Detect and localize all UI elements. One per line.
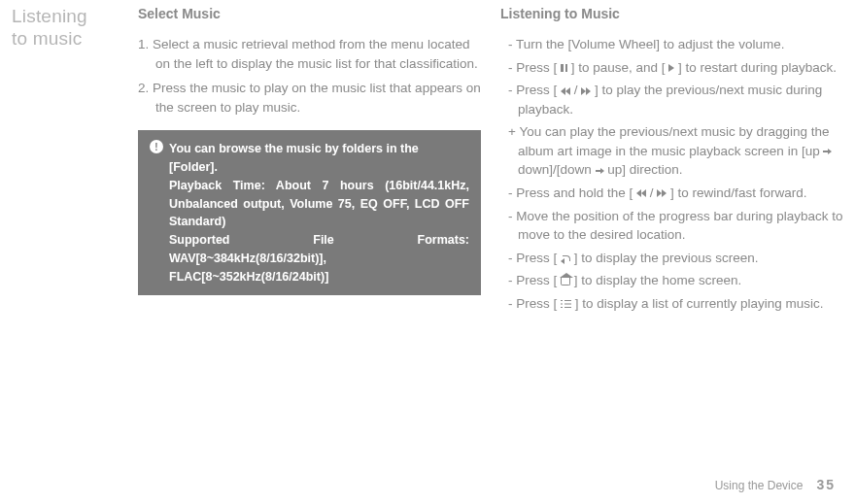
info-text-3: Supported File Formats: WAV[8~384kHz(8/1… — [150, 231, 469, 286]
text-b5a: - Press and hold the [ — [508, 185, 636, 200]
fast-forward-icon — [657, 189, 667, 197]
footer-label: Using the Device — [715, 479, 804, 492]
pause-icon — [561, 64, 567, 72]
side-title-l2: to music — [12, 28, 82, 49]
column-left: Select Music 1. Select a music retrieval… — [138, 6, 481, 317]
home-icon — [561, 278, 570, 286]
rewind-icon — [636, 189, 646, 197]
bullet-home: - Press [ ] to display the home screen. — [500, 271, 843, 290]
bullet-rewind-ff: - Press and hold the [ / ] to rewind/fas… — [500, 184, 843, 203]
arrow-right-icon — [600, 168, 604, 174]
playlist-icon — [561, 300, 571, 309]
back-icon — [561, 254, 570, 263]
footer: Using the Device 35 — [715, 477, 836, 492]
heading-select-music: Select Music — [138, 6, 481, 21]
text-b9b: ] to display a list of currently playing… — [571, 296, 824, 311]
text-b4b: down]/[down — [518, 162, 596, 177]
text-b5b: / — [646, 185, 657, 200]
text-b9a: - Press [ — [508, 296, 561, 311]
info-text-2: Playback Time: About 7 hours (16bit/44.1… — [150, 177, 469, 231]
bullet-progress: - Move the position of the progress bar … — [500, 207, 843, 245]
text-b4c: up] direction. — [604, 162, 683, 177]
next-icon — [581, 87, 591, 95]
bullet-prev-next: - Press [ / ] to play the previous/next … — [500, 81, 843, 118]
bullet-volume: - Turn the [Volume Wheel] to adjust the … — [500, 35, 843, 54]
text-b7b: ] to display the previous screen. — [570, 251, 759, 265]
bullet-drag: + You can play the previous/next music b… — [500, 122, 843, 180]
text-b2b: ] to pause, and [ — [567, 60, 668, 75]
previous-icon — [561, 87, 570, 95]
alert-icon: ! — [150, 140, 163, 153]
text-b8b: ] to display the home screen. — [570, 273, 741, 287]
bullet-back: - Press [ ] to display the previous scre… — [500, 249, 843, 268]
text-b4a: + You can play the previous/next music b… — [508, 124, 830, 158]
column-right: Listening to Music - Turn the [Volume Wh… — [500, 6, 843, 317]
step-2: 2. Press the music to play on the music … — [138, 79, 481, 117]
bullet-pause-play: - Press [ ] to pause, and [ ] to restart… — [500, 58, 843, 78]
info-line-1: ! You can browse the music by folders in… — [150, 140, 469, 177]
info-box: ! You can browse the music by folders in… — [138, 130, 481, 295]
text-b3b: / — [570, 83, 581, 97]
text-b8a: - Press [ — [508, 273, 561, 287]
text-b5c: ] to rewind/fast forward. — [667, 185, 806, 200]
side-title: Listening to music — [12, 6, 119, 317]
step-1: 1. Select a music retrieval method from … — [138, 35, 481, 73]
page-container: Listening to music Select Music 1. Selec… — [12, 6, 843, 317]
heading-listening: Listening to Music — [500, 6, 843, 21]
bullet-list: - Press [ ] to display a list of current… — [500, 294, 843, 314]
text-b7a: - Press [ — [508, 251, 561, 265]
text-b2a: - Press [ — [508, 60, 561, 75]
play-icon — [668, 64, 674, 72]
side-title-l1: Listening — [12, 6, 87, 26]
text-b2c: ] to restart during playback. — [674, 60, 837, 75]
text-b3a: - Press [ — [508, 83, 561, 97]
footer-page: 35 — [816, 477, 836, 492]
arrow-right-icon — [828, 149, 832, 154]
info-text-1: You can browse the music by folders in t… — [169, 140, 469, 177]
